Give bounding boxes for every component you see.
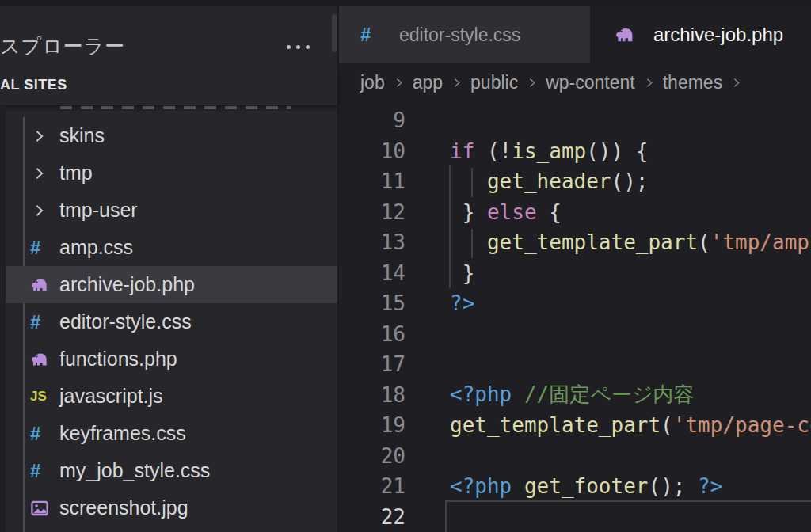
- css-file-icon: #: [360, 24, 390, 46]
- line-number[interactable]: 11: [339, 169, 406, 193]
- tree-item-amp.css[interactable]: #amp.css: [0, 229, 337, 266]
- php-elephant-icon: [30, 276, 59, 294]
- js-file-icon: JS: [30, 389, 59, 405]
- code-token: get_header: [487, 169, 611, 193]
- code-line-9[interactable]: 9: [339, 105, 811, 136]
- code-token: {: [537, 200, 562, 224]
- code-token: 'tmp/amp-: [710, 230, 811, 254]
- code-line-11[interactable]: 11 get_header();: [339, 166, 811, 197]
- code-token: (: [661, 413, 673, 437]
- code-line-10[interactable]: 10if (!is_amp()) {: [339, 136, 811, 167]
- explorer-header: スプローラー: [0, 13, 337, 70]
- breadcrumb-separator-icon: [642, 76, 656, 89]
- line-number[interactable]: 12: [339, 200, 406, 224]
- code-line-13[interactable]: 13 get_template_part('tmp/amp-: [339, 227, 811, 258]
- clipped-tree-row: [60, 106, 291, 109]
- tree-item-label: tmp: [59, 162, 93, 184]
- chevron-right-icon[interactable]: [30, 127, 59, 145]
- code-indent-guide: [471, 168, 473, 197]
- tree-item-keyframes.css[interactable]: #keyframes.css: [0, 415, 337, 452]
- tree-item-tmp[interactable]: tmp: [0, 154, 337, 192]
- code-line-16[interactable]: 16: [339, 319, 811, 350]
- code-line-text: <?php get_footer(); ?>: [450, 474, 722, 498]
- tree-item-javascript.js[interactable]: JSjavascript.js: [0, 378, 337, 415]
- code-line-text: }: [450, 261, 474, 285]
- code-line-21[interactable]: 21<?php get_footer(); ?>: [339, 471, 811, 502]
- line-number[interactable]: 18: [339, 383, 406, 407]
- line-number[interactable]: 9: [339, 108, 406, 132]
- breadcrumb-separator-icon: [525, 76, 539, 89]
- tree-item-tmp-user[interactable]: tmp-user: [0, 192, 337, 229]
- css-file-icon: #: [30, 423, 59, 445]
- chevron-right-icon[interactable]: [30, 165, 59, 182]
- tree-item-archive-job.php[interactable]: archive-job.php: [0, 266, 337, 303]
- tree-item-my_job_style.css[interactable]: #my_job_style.css: [0, 452, 337, 489]
- tree-item-editor-style.css[interactable]: #editor-style.css: [0, 303, 337, 340]
- code-token: ();: [611, 169, 649, 193]
- code-token: (!: [474, 139, 512, 163]
- breadcrumb-item-wp-content[interactable]: wp-content: [546, 72, 635, 93]
- section-header-local-sites[interactable]: AL SITES: [0, 70, 337, 105]
- line-number[interactable]: 22: [339, 505, 406, 529]
- code-line-19[interactable]: 19get_template_part('tmp/page-co: [339, 410, 811, 441]
- code-line-14[interactable]: 14 }: [339, 258, 811, 289]
- tree-item-label: skins: [59, 124, 105, 147]
- line-number[interactable]: 21: [339, 474, 406, 498]
- code-indent-guide: [449, 165, 451, 288]
- code-line-text: get_template_part('tmp/page-co: [450, 413, 811, 437]
- line-number[interactable]: 10: [339, 139, 406, 163]
- breadcrumb: jobapppublicwp-contentthemes: [339, 63, 811, 101]
- code-line-17[interactable]: 17: [339, 349, 811, 380]
- code-token: if: [450, 139, 474, 163]
- line-number[interactable]: 14: [339, 261, 406, 285]
- code-token: is_amp: [512, 139, 586, 163]
- chevron-right-icon[interactable]: [30, 202, 59, 219]
- code-token: [450, 169, 487, 193]
- line-number[interactable]: 17: [339, 352, 406, 376]
- line-number[interactable]: 16: [339, 322, 406, 346]
- code-line-text: if (!is_amp()) {: [450, 139, 648, 163]
- explorer-sidebar: スプローラー AL SITES skinstmptmp-user#amp.css…: [0, 6, 337, 532]
- line-number[interactable]: 15: [339, 291, 406, 315]
- code-editor[interactable]: 910if (!is_amp()) {11 get_header();12 } …: [339, 105, 811, 532]
- tab-archive-job.php[interactable]: archive-job.php: [590, 6, 811, 63]
- line-number[interactable]: 13: [339, 230, 406, 254]
- code-token: get_template_part: [487, 230, 698, 254]
- code-token: <?php: [450, 474, 512, 498]
- code-token: //固定ページ内容: [512, 382, 694, 406]
- breadcrumb-item-job[interactable]: job: [360, 72, 385, 93]
- tab-editor-style.css[interactable]: #editor-style.css: [339, 6, 590, 63]
- breadcrumb-item-app[interactable]: app: [413, 72, 443, 93]
- tree-item-functions.php[interactable]: functions.php: [0, 340, 337, 378]
- code-token: else: [487, 200, 537, 224]
- code-line-12[interactable]: 12 } else {: [339, 197, 811, 228]
- code-line-20[interactable]: 20: [339, 441, 811, 472]
- code-token: ()) {: [586, 139, 648, 163]
- code-token: <?php: [450, 382, 512, 406]
- code-line-text: get_header();: [450, 169, 648, 193]
- sidebar-left-strip: [0, 104, 6, 532]
- tree-item-skins[interactable]: skins: [0, 117, 337, 154]
- code-line-18[interactable]: 18<?php //固定ページ内容: [339, 380, 811, 411]
- breadcrumb-item-themes[interactable]: themes: [663, 72, 722, 93]
- breadcrumb-separator-icon: [729, 76, 743, 89]
- breadcrumb-item-public[interactable]: public: [470, 72, 518, 93]
- tree-item-label: functions.php: [59, 348, 177, 370]
- code-line-text: } else {: [450, 200, 562, 224]
- line-number[interactable]: 19: [339, 413, 406, 437]
- tree-item-screenshot.jpg[interactable]: screenshot.jpg: [0, 489, 337, 526]
- tree-item-label: tmp-user: [59, 199, 138, 222]
- ellipsis-icon[interactable]: [279, 36, 317, 57]
- window-top-strip: [0, 0, 811, 6]
- section-header-label: AL SITES: [0, 77, 67, 93]
- code-line-15[interactable]: 15?>: [339, 288, 811, 319]
- code-line-text: <?php //固定ページ内容: [450, 381, 694, 408]
- tab-label: editor-style.css: [399, 25, 520, 46]
- image-file-icon: [30, 499, 59, 518]
- css-file-icon: #: [30, 311, 59, 333]
- current-line-highlight: [445, 500, 811, 532]
- sidebar-scrollbar-thumb[interactable]: [332, 14, 337, 52]
- code-token: get_template_part: [450, 413, 661, 437]
- line-number[interactable]: 20: [339, 444, 406, 468]
- code-token: [450, 230, 487, 254]
